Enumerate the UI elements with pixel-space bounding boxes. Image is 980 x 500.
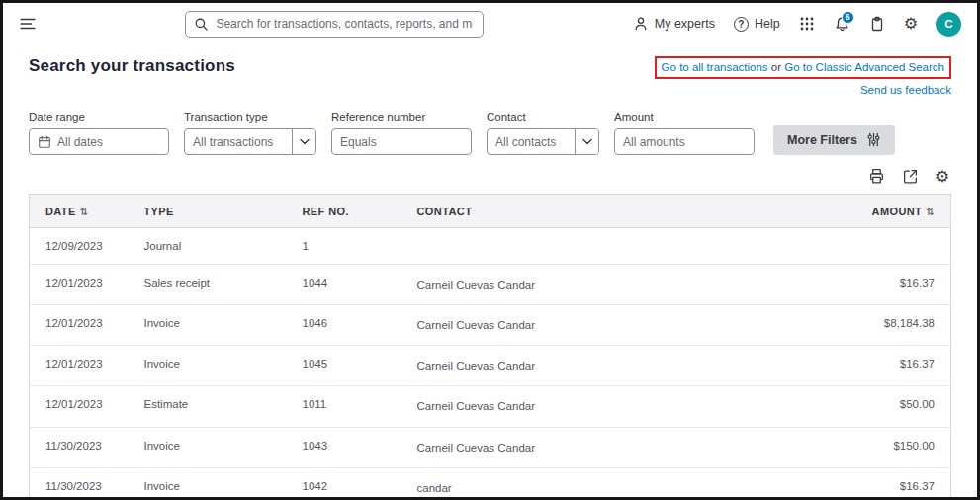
cell-ref: 1011 [295,386,409,427]
column-header-amount[interactable]: AMOUNT⇅ [803,195,951,228]
my-experts-label: My experts [655,17,715,31]
cell-contact [409,228,803,265]
cell-amount: $150.00 [803,427,951,467]
chevron-down-icon [575,129,598,154]
cell-ref: 1046 [295,305,409,346]
cell-amount: $16.37 [803,265,951,305]
tasks-button[interactable] [869,16,885,32]
notification-badge: 6 [842,11,854,24]
hamburger-menu-icon[interactable] [19,15,37,33]
contact-filter: Contact All contacts [487,111,599,155]
cell-amount: $16.37 [803,467,951,500]
table-row[interactable]: 11/30/2023 Invoice 1042 candar $16.37 [30,467,951,500]
reference-number-input[interactable] [331,128,472,155]
table-row[interactable]: 12/01/2023 Invoice 1046 Carneil Cuevas C… [30,305,951,346]
cell-ref: 1044 [295,265,409,305]
search-icon [194,17,209,32]
cell-date: 11/30/2023 [30,467,136,500]
go-to-all-transactions-link[interactable]: Go to all transactions [662,61,768,73]
contact-select[interactable]: All contacts [487,128,599,155]
cell-type: Invoice [136,305,295,346]
column-header-date[interactable]: DATE⇅ [30,195,136,228]
send-feedback-link[interactable]: Send us feedback [860,82,951,98]
help-icon: ? [734,17,749,32]
cell-type: Invoice [136,427,295,467]
transactions-table: DATE⇅ TYPE REF NO. CONTACT AMOUNT⇅ [29,194,951,500]
help-label: Help [755,17,780,31]
cell-type: Journal [136,228,295,265]
main-content: Search your transactions Go to all trans… [3,44,977,500]
notifications-button[interactable]: 6 [834,16,850,33]
global-search [185,11,484,38]
column-header-contact[interactable]: CONTACT [409,195,803,228]
cell-date: 11/30/2023 [30,427,136,467]
reference-number-label: Reference number [331,111,472,123]
table-tools: ⚙ [29,168,949,185]
cell-contact: candar [409,467,803,500]
date-range-input[interactable]: All dates [29,128,169,155]
annotation-red-box: Go to all transactions or Go to Classic … [655,56,951,79]
cell-type: Estimate [136,386,295,427]
column-header-type[interactable]: TYPE [136,195,295,228]
cell-ref: 1 [295,228,409,265]
table-row[interactable]: 12/01/2023 Invoice 1045 Carneil Cuevas C… [30,346,951,386]
cell-type: Sales receipt [136,265,295,305]
more-filters-label: More Filters [787,133,857,147]
cell-contact: Carneil Cuevas Candar [409,305,803,346]
cell-amount: $50.00 [803,386,951,427]
transaction-type-value: All transactions [185,135,281,149]
top-bar-actions: My experts ? Help 6 [633,12,961,37]
reference-number-filter: Reference number [331,111,472,155]
amount-filter: Amount [614,111,755,155]
cell-contact: Carneil Cuevas Candar [409,346,803,386]
go-to-classic-advanced-search-link[interactable]: Go to Classic Advanced Search [784,61,944,73]
avatar[interactable]: C [936,12,961,37]
help-button[interactable]: ? Help [734,17,780,32]
cell-amount [803,228,951,265]
cell-amount: $8,184.38 [803,305,951,346]
transaction-type-select[interactable]: All transactions [184,128,316,155]
person-icon [633,16,649,32]
amount-input[interactable] [614,128,755,155]
cell-ref: 1045 [295,346,409,386]
amount-label: Amount [614,111,755,123]
top-bar: My experts ? Help 6 [3,3,977,44]
export-button[interactable] [902,168,919,185]
table-row[interactable]: 11/30/2023 Invoice 1043 Carneil Cuevas C… [30,427,951,467]
table-row[interactable]: 12/01/2023 Sales receipt 1044 Carneil Cu… [30,265,951,305]
table-row[interactable]: 12/01/2023 Estimate 1011 Carneil Cuevas … [30,386,951,427]
cell-amount: $16.37 [803,346,951,386]
date-range-label: Date range [29,111,169,123]
transaction-type-filter: Transaction type All transactions [184,111,316,155]
chevron-down-icon [292,129,315,154]
more-filters-button[interactable]: More Filters [773,125,895,155]
cell-type: Invoice [136,346,295,386]
cell-date: 12/09/2023 [30,228,136,265]
print-button[interactable] [868,168,885,185]
title-row: Search your transactions Go to all trans… [29,56,951,98]
settings-button[interactable]: ⚙ [904,16,918,32]
contact-value: All contacts [488,135,564,149]
sort-icon: ⇅ [926,207,935,217]
filter-bar: Date range All dates Transaction type Al… [29,111,951,155]
export-icon [902,168,919,185]
table-row[interactable]: 12/09/2023 Journal 1 [30,228,951,265]
clipboard-icon [869,16,885,32]
sort-icon: ⇅ [80,207,89,217]
date-range-filter: Date range All dates [29,111,169,155]
cell-ref: 1043 [295,427,409,467]
cell-date: 12/01/2023 [30,265,136,305]
cell-contact: Carneil Cuevas Candar [409,265,803,305]
gear-icon: ⚙ [935,169,949,185]
cell-contact: Carneil Cuevas Candar [409,386,803,427]
my-experts-button[interactable]: My experts [633,16,715,32]
apps-button[interactable] [799,16,815,32]
contact-label: Contact [487,111,599,123]
printer-icon [868,168,885,185]
search-input[interactable] [185,11,484,38]
column-header-ref[interactable]: REF NO. [295,195,409,228]
table-settings-button[interactable]: ⚙ [935,169,949,185]
app-window: My experts ? Help 6 [0,0,980,500]
calendar-icon [38,135,51,149]
page-links: Go to all transactions or Go to Classic … [655,56,951,98]
